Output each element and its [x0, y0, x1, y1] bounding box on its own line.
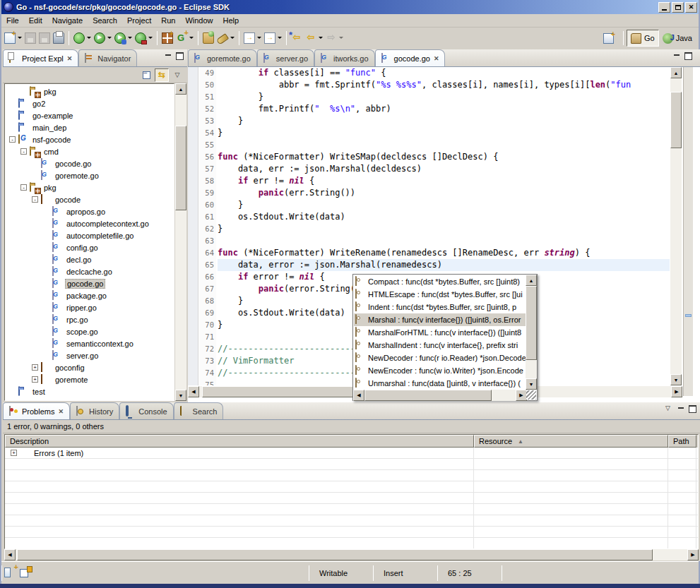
- menu-run[interactable]: Run: [156, 15, 180, 26]
- new-go-package-button[interactable]: [160, 30, 174, 46]
- column-header-resource[interactable]: Resource▲: [474, 435, 668, 448]
- tree-item-goconfig[interactable]: +goconfig: [5, 361, 174, 373]
- view-tab-history[interactable]: History: [70, 402, 119, 419]
- code-line-63[interactable]: [218, 235, 670, 247]
- tree-expander[interactable]: -: [20, 148, 27, 155]
- tree-item-main-dep[interactable]: main_dep: [5, 121, 174, 133]
- code-line-62[interactable]: }: [218, 223, 670, 235]
- perspective-go[interactable]: Go: [627, 30, 659, 47]
- minimize-button[interactable]: [658, 2, 670, 13]
- maximize-view-button[interactable]: [175, 52, 184, 59]
- tree-expander[interactable]: +: [32, 376, 38, 383]
- code-line-60[interactable]: }: [218, 199, 670, 211]
- tree-item-gocode[interactable]: -gocode: [5, 193, 174, 205]
- tree-item-goremote[interactable]: +goremote: [5, 373, 174, 385]
- title-bar[interactable]: Go - nsf-gocode/src/pkg/gocode/gocode.go…: [1, 0, 699, 14]
- maximize-button[interactable]: [672, 2, 684, 13]
- scroll-right-arrow[interactable]: ▶: [687, 549, 699, 560]
- maximize-view-button[interactable]: [688, 404, 697, 412]
- scroll-up-arrow[interactable]: ▲: [526, 275, 537, 286]
- tree-item-goremote-go[interactable]: goremote.go: [5, 169, 174, 181]
- tree-item-go2[interactable]: go2: [5, 97, 174, 109]
- view-menu-button[interactable]: ▽: [665, 404, 675, 412]
- explorer-vertical-scrollbar[interactable]: ▲▼: [175, 83, 187, 401]
- view-tab-search[interactable]: Search: [174, 402, 224, 419]
- back-button-dropdown[interactable]: [319, 37, 323, 39]
- tree-item-go-example[interactable]: go-example: [5, 109, 174, 121]
- open-perspective-button[interactable]: [600, 30, 620, 47]
- menu-window[interactable]: Window: [180, 15, 218, 26]
- tree-item-package-go[interactable]: package.go: [5, 289, 174, 301]
- minimize-view-button[interactable]: [677, 404, 686, 412]
- scroll-up-arrow[interactable]: ▲: [670, 67, 682, 78]
- tree-item-semanticcontext-go[interactable]: semanticcontext.go: [5, 337, 174, 349]
- code-line-55[interactable]: [218, 139, 670, 151]
- code-line-53[interactable]: }: [218, 115, 670, 127]
- autocomplete-item[interactable]: HTMLEscape : func(dst *bytes.Buffer, src…: [354, 288, 526, 301]
- scroll-down-arrow[interactable]: ▼: [670, 374, 682, 385]
- scroll-thumb[interactable]: [175, 126, 186, 210]
- row-expander[interactable]: +: [11, 450, 17, 456]
- code-line-65[interactable]: data, error := json.Marshal(renamedescs): [218, 259, 670, 271]
- scroll-down-arrow[interactable]: ▼: [526, 378, 537, 390]
- view-tab-problems[interactable]: Problems✕: [3, 402, 70, 419]
- scroll-thumb[interactable]: [526, 286, 537, 360]
- code-line-61[interactable]: os.Stdout.Write(data): [218, 211, 670, 223]
- close-button[interactable]: ✕: [685, 2, 697, 13]
- scroll-thumb[interactable]: [670, 92, 682, 148]
- menu-file[interactable]: File: [1, 15, 24, 26]
- scroll-up-arrow[interactable]: ▲: [175, 83, 186, 95]
- popup-horizontal-scrollbar[interactable]: ◀▶: [353, 390, 527, 400]
- editor-tab-gocode-go[interactable]: gocode.go✕: [375, 49, 446, 66]
- tree-expander[interactable]: -: [32, 196, 38, 203]
- tree-item-server-go[interactable]: server.go: [5, 349, 174, 361]
- tree-item-test[interactable]: test: [5, 385, 174, 397]
- minimize-editor-button[interactable]: [672, 52, 682, 59]
- new-go-element-button[interactable]: [174, 30, 195, 46]
- editor-tab-goremote-go[interactable]: goremote.go: [188, 49, 257, 66]
- run-button-dropdown[interactable]: [107, 37, 112, 39]
- tree-item-ripper-go[interactable]: ripper.go: [5, 301, 174, 313]
- autocomplete-item[interactable]: MarshalForHTML : func(v interface{}) ([]…: [354, 326, 526, 339]
- code-line-58[interactable]: if err != nil {: [218, 175, 670, 187]
- problems-horizontal-scrollbar[interactable]: ◀▶: [4, 549, 699, 561]
- search-button-dropdown[interactable]: [230, 37, 235, 39]
- autocomplete-item[interactable]: NewEncoder : func(w io.Writer) *json.Enc…: [354, 364, 526, 377]
- autocomplete-item[interactable]: MarshalIndent : func(v interface{}, pref…: [354, 339, 526, 352]
- perspective-java[interactable]: Java: [659, 30, 696, 47]
- menu-project[interactable]: Project: [122, 15, 156, 26]
- tree-item-gocode-go[interactable]: gocode.go: [5, 157, 174, 169]
- tree-item-scope-go[interactable]: scope.go: [5, 325, 174, 337]
- column-header-path[interactable]: Path: [668, 435, 696, 448]
- minimize-view-button[interactable]: [164, 52, 173, 59]
- code-line-64[interactable]: func (*NiceFormatter) WriteRename(rename…: [218, 247, 670, 259]
- scroll-right-arrow[interactable]: ▶: [671, 386, 682, 397]
- tree-item-gocode-go[interactable]: gocode.go: [5, 277, 174, 289]
- scroll-right-arrow[interactable]: ▶: [516, 390, 527, 401]
- autocomplete-item[interactable]: Unmarshal : func(data []uint8, v interfa…: [354, 377, 526, 390]
- last-edit-location-button[interactable]: ⇦: [290, 30, 304, 46]
- link-with-editor-button[interactable]: ⇆: [155, 68, 169, 82]
- run-history-button-dropdown[interactable]: [128, 37, 132, 39]
- code-line-56[interactable]: func (*NiceFormatter) WriteSMap(decldesc…: [218, 151, 670, 163]
- next-annotation-button-dropdown[interactable]: [257, 37, 261, 39]
- run-button[interactable]: [93, 30, 113, 46]
- editor-vertical-scrollbar[interactable]: ▲▼: [670, 67, 682, 385]
- code-line-51[interactable]: }: [218, 91, 670, 103]
- code-line-57[interactable]: data, err := json.Marshal(decldescs): [218, 163, 670, 175]
- previous-annotation-button-dropdown[interactable]: [278, 37, 282, 39]
- scroll-left-arrow[interactable]: ◀: [353, 390, 364, 401]
- menu-navigate[interactable]: Navigate: [47, 15, 88, 26]
- autocomplete-item[interactable]: Marshal : func(v interface{}) ([]uint8, …: [354, 313, 526, 326]
- tree-item-pkg[interactable]: pkg: [5, 85, 174, 97]
- scroll-thumb[interactable]: [17, 549, 653, 560]
- tree-expander[interactable]: +: [32, 364, 38, 371]
- tree-item-config-go[interactable]: config.go: [5, 241, 174, 253]
- view-tab-navigator[interactable]: Navigator: [78, 49, 137, 66]
- popup-resize-grip[interactable]: [526, 390, 536, 400]
- view-menu-button[interactable]: ▽: [170, 68, 184, 82]
- editor-tab-itworks-go[interactable]: itworks.go: [314, 49, 375, 66]
- external-tools-button[interactable]: [134, 30, 154, 46]
- collapse-all-button[interactable]: [139, 68, 153, 82]
- autocomplete-item[interactable]: Indent : func(dst *bytes.Buffer, src []u…: [354, 301, 526, 313]
